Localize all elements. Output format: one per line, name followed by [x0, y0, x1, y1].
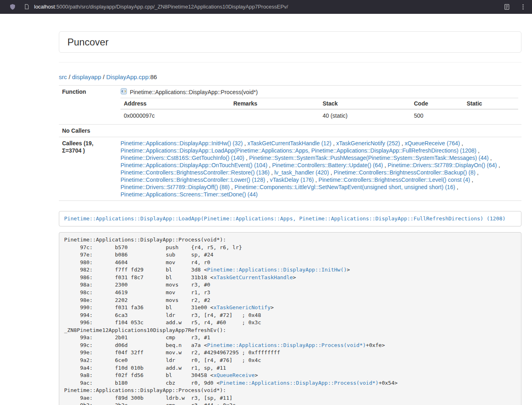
stack-cell: 40 (static) [319, 109, 411, 122]
function-stats-row: 0x0000097c 40 (static) 500 [121, 109, 518, 122]
breadcrumb: src / displayapp / DisplayApp.cpp:86 [59, 73, 521, 81]
callee-link[interactable]: Pinetime::Applications::DisplayApp::Init… [121, 140, 243, 146]
function-row: Function Pinetime::Applications::Display… [59, 86, 521, 125]
browser-toolbar: localhost:5000/path/src/displayapp/Displ… [0, 0, 532, 14]
code-symbol-link[interactable]: xQueueReceive [213, 372, 255, 378]
highlighted-symbol-link[interactable]: Pinetime::Applications::DisplayApp::Load… [64, 215, 506, 222]
callees-list: Pinetime::Applications::DisplayApp::Init… [117, 137, 521, 201]
callee-link[interactable]: Pinetime::Drivers::St7789::DisplayOn() (… [388, 162, 497, 168]
divider [59, 62, 521, 62]
callee-link[interactable]: Pinetime::Applications::DisplayApp::OnTo… [121, 162, 267, 168]
no-callers-row: No Callers [59, 125, 521, 137]
app-header: Puncover [59, 31, 521, 53]
callee-link[interactable]: Pinetime::Controllers::Battery::Update()… [272, 162, 383, 168]
column-header-code: Code [411, 98, 463, 110]
function-row-label: Function [59, 86, 117, 125]
inner-table-header-row: AddressRemarksStackCodeStatic [121, 98, 518, 110]
callee-link[interactable]: xQueueReceive (764) [405, 140, 460, 146]
url-path: :5000/path/src/displayapp/DisplayApp.cpp… [55, 4, 288, 10]
url-bar[interactable]: localhost:5000/path/src/displayapp/Displ… [34, 4, 504, 10]
code-symbol-link[interactable]: xTaskGetCurrentTaskHandle [213, 274, 293, 280]
callee-link[interactable]: Pinetime::Applications::DisplayApp::Load… [121, 147, 476, 154]
page-content: Puncover src / displayapp / DisplayApp.c… [59, 31, 521, 405]
highlighted-symbol-box: Pinetime::Applications::DisplayApp::Load… [59, 211, 521, 226]
breadcrumb-link[interactable]: DisplayApp.cpp: [106, 73, 150, 80]
disassembly: Pinetime::Applications::DisplayApp::Proc… [59, 232, 521, 405]
callees-row: Callees (19, Σ=3704 ) Pinetime::Applicat… [59, 137, 521, 201]
kebab-menu-icon[interactable] [520, 4, 526, 10]
code-symbol-link[interactable]: Pinetime::Applications::DisplayApp::Proc… [220, 380, 379, 386]
function-name: Pinetime::Applications::DisplayApp::Proc… [130, 88, 258, 96]
reader-view-icon[interactable] [504, 4, 510, 10]
code-symbol-link[interactable]: xTaskGenericNotify [213, 304, 271, 310]
callee-link[interactable]: Pinetime::Controllers::BrightnessControl… [121, 169, 269, 176]
breadcrumb-link[interactable]: src [59, 73, 67, 80]
code-symbol-link[interactable]: Pinetime::Applications::DisplayApp::Init… [207, 267, 347, 273]
callee-link[interactable]: Pinetime::Drivers::Cst816S::GetTouchInfo… [121, 155, 244, 161]
address-cell: 0x0000097c [121, 109, 230, 122]
callee-link[interactable]: Pinetime::Drivers::St7789::DisplayOff() … [121, 184, 230, 190]
remarks-cell [230, 109, 319, 122]
page-icon[interactable] [24, 4, 30, 10]
callees-label: Callees (19, Σ=3704 ) [59, 137, 117, 201]
column-header-static: Static [463, 98, 518, 110]
function-line: Pinetime::Applications::DisplayApp::Proc… [121, 88, 518, 96]
callee-link[interactable]: xTaskGenericNotify (252) [336, 140, 400, 146]
breadcrumb-link[interactable]: displayapp [72, 73, 101, 80]
code-symbol-link[interactable]: Pinetime::Applications::DisplayApp::Proc… [207, 342, 366, 348]
function-stats-table: AddressRemarksStackCodeStatic 0x0000097c… [121, 98, 518, 122]
column-header-remarks: Remarks [230, 98, 319, 110]
callee-link[interactable]: vTaskDelay (176) [270, 177, 314, 183]
callee-link[interactable]: xTaskGetCurrentTaskHandle (12) [248, 140, 332, 146]
function-table: Function Pinetime::Applications::Display… [59, 85, 521, 201]
shield-icon[interactable] [9, 4, 16, 10]
url-host: localhost [34, 4, 55, 10]
callee-link[interactable]: Pinetime::Components::LittleVgl::SetNewT… [235, 184, 455, 190]
column-header-stack: Stack [319, 98, 411, 110]
callee-link[interactable]: Pinetime::System::SystemTask::PushMessag… [249, 155, 489, 161]
callee-link[interactable]: lv_task_handler (420) [274, 169, 329, 176]
no-callers-label: No Callers [59, 125, 117, 137]
callee-link[interactable]: Pinetime::Controllers::BrightnessControl… [319, 177, 470, 183]
column-header-address: Address [121, 98, 230, 110]
static-cell [463, 109, 518, 122]
callee-link[interactable]: Pinetime::Controllers::BrightnessControl… [121, 177, 265, 183]
callee-link[interactable]: Pinetime::Controllers::BrightnessControl… [334, 169, 475, 176]
function-type-icon [121, 88, 127, 96]
code-cell: 500 [411, 109, 463, 122]
callee-link[interactable]: Pinetime::Applications::Screens::Timer::… [121, 191, 258, 198]
app-title: Puncover [67, 37, 513, 47]
